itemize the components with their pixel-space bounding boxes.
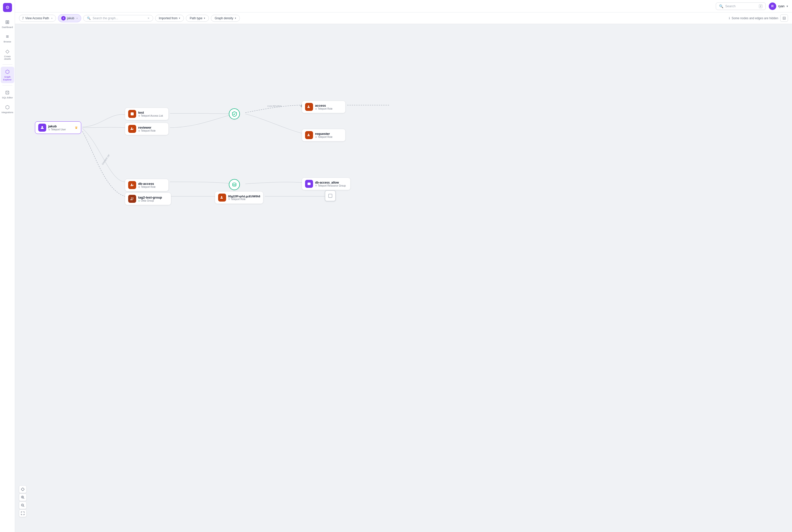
node-name: db-access [138,182,156,186]
tab-view-access-path[interactable]: ⤴ View Access Path × [19,15,56,22]
node-icon-access [305,103,313,111]
close-icon[interactable]: × [51,17,53,20]
sidebar: ⚙ ⊞ Dashboard ≡ Browse ◇ Crown Jewels ⬡ … [0,0,15,532]
sidebar-item-sql-editor[interactable]: ⊡ SQL Editor [1,88,14,101]
node-reviewer[interactable]: reviewer ⚙ Teleport Role [125,122,169,135]
user-menu[interactable]: R ryan ▾ [769,2,788,10]
node-text-test: test ⚙ Teleport Access List [138,111,163,117]
node-name: reviewer [138,126,156,129]
node-name: access [315,104,333,108]
topbar: 🔍 Search / R ryan ▾ [15,0,792,13]
zoom-out-button[interactable] [19,501,26,509]
circle-node-db[interactable] [229,179,240,190]
node-tag2-test-group[interactable]: tag2-test-group ⊙ Okta Group [125,193,171,205]
tab-jakub[interactable]: J jakub × [58,14,81,22]
sidebar-item-dashboard[interactable]: ⊞ Dashboard [1,17,14,31]
gear-icon: ⚙ [48,128,50,131]
graph-search-input[interactable] [93,17,146,20]
gear-icon: ⚙ [138,186,140,188]
zoom-controls [19,486,26,517]
node-okta-role[interactable]: 00g22fFvpfsLgcEUW0h8 ⚙ Teleport Role [215,191,263,204]
crown-icon: ◇ [5,48,9,54]
chevron-down-icon: ▾ [787,4,788,8]
node-name: requester [315,132,333,136]
gear-icon: ⚙ [315,136,317,138]
node-type: ⚙ Teleport Role [138,129,156,132]
gear-icon: ⚙ [138,130,140,132]
svg-point-15 [308,134,309,135]
svg-point-19 [21,488,24,491]
node-name: db-access_allow [315,181,346,184]
node-icon-okta-role [218,194,226,202]
svg-rect-5 [131,112,134,115]
target-button[interactable] [19,486,26,493]
close-icon[interactable]: × [76,17,78,20]
svg-point-4 [41,126,43,128]
integrations-icon: ⬡ [5,104,10,110]
clear-search-icon[interactable]: × [148,17,149,20]
node-type: ⚙ Teleport Role [315,108,333,110]
node-icon-test [128,110,136,118]
chevron-down-icon: ▾ [179,17,180,19]
svg-point-12 [232,183,236,184]
username-label: ryan [778,4,785,8]
node-icon-tag2 [128,195,136,203]
sidebar-item-graph-explorer[interactable]: ⬡ Graph Explorer [1,67,14,83]
node-db-access[interactable]: db-access ⚙ Teleport Role [125,179,169,191]
sidebar-item-browse[interactable]: ≡ Browse [1,32,14,45]
graph-search[interactable]: 🔍 × [83,15,153,21]
search-icon: 🔍 [87,17,91,20]
filter-imported-from[interactable]: Imported from ▾ [155,15,184,22]
circle-node-square[interactable] [325,190,336,201]
node-icon-db-access [128,181,136,189]
tab-label: View Access Path [25,17,49,20]
collapse-button[interactable]: ⊟ [780,15,788,22]
tab-label: jakub [67,17,74,20]
sidebar-item-label: Dashboard [2,26,13,29]
sidebar-item-label: Graph Explorer [2,76,13,81]
node-jakub[interactable]: jakub ⚙ Teleport User ♛ [35,121,81,134]
node-requester[interactable]: requester ⚙ Teleport Role [302,129,345,141]
node-text-reviewer: reviewer ⚙ Teleport Role [138,126,156,132]
node-text-db-access-allow: db-access_allow ⚙ Teleport Resource Grou… [315,181,346,187]
filter-graph-density[interactable]: Graph density ▾ [211,15,240,22]
filter-label: Imported from [159,17,177,20]
zoom-in-button[interactable] [19,494,26,501]
sql-icon: ⊡ [5,90,10,95]
graph-icon: ⬡ [5,69,10,75]
filter-path-type[interactable]: Path type ▾ [186,15,209,22]
fit-button[interactable] [19,510,26,517]
sidebar-item-integrations[interactable]: ⬡ Integrations [1,102,14,116]
svg-rect-16 [307,183,310,185]
sidebar-item-crown-jewels[interactable]: ◇ Crown Jewels [1,46,14,63]
gear-icon: ⚙ [228,198,230,200]
browse-icon: ≡ [6,34,9,39]
gear-icon: ⚙ [315,184,317,187]
tab-user-avatar: J [61,16,66,20]
node-type: ⚙ Teleport Role [138,186,156,188]
svg-point-14 [308,106,309,107]
node-type: ⚙ Teleport Role [315,136,333,138]
node-test[interactable]: test ⚙ Teleport Access List [125,108,169,120]
svg-rect-18 [328,194,332,197]
global-search[interactable]: 🔍 Search / [716,2,766,10]
node-text-okta-role: 00g22fFvpfsLgcEUW0h8 ⚙ Teleport Role [228,195,260,201]
node-type: ⊙ Okta Group [138,199,162,202]
circle-node-shield[interactable] [229,108,240,119]
svg-line-29 [23,506,24,507]
node-text-requester: requester ⚙ Teleport Role [315,132,333,138]
svg-point-11 [132,197,133,198]
search-label: Search [725,4,736,8]
info-icon: ℹ [729,17,730,20]
kbd-shortcut: / [759,4,762,8]
sidebar-item-label: Crown Jewels [2,55,13,61]
node-access[interactable]: access ⚙ Teleport Role [302,101,345,113]
svg-point-9 [131,184,132,185]
node-icon-db-access-allow [305,180,313,188]
sidebar-item-label: SQL Editor [2,96,13,99]
node-db-access-allow[interactable]: db-access_allow ⚙ Teleport Resource Grou… [302,177,351,190]
node-name: test [138,111,163,114]
chevron-down-icon: ▾ [235,17,236,19]
graph-canvas[interactable]: OWNER OF CAN REVIEW [15,24,792,532]
svg-line-25 [23,498,24,499]
